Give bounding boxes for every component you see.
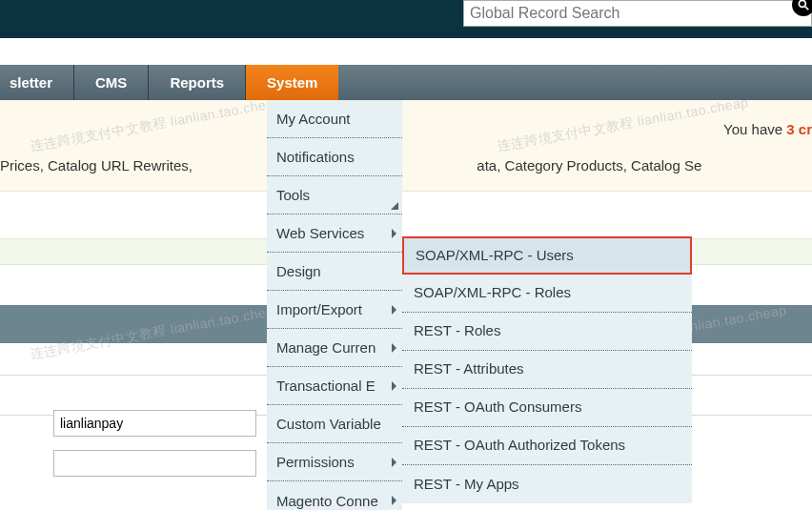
menu-newsletter[interactable]: sletter (0, 65, 74, 100)
web-services-submenu: SOAP/XML-RPC - Users SOAP/XML-RPC - Role… (402, 236, 692, 503)
system-custom-variables[interactable]: Custom Variable (267, 405, 402, 443)
ws-soap-roles[interactable]: SOAP/XML-RPC - Roles (402, 275, 692, 313)
system-permissions[interactable]: Permissions (267, 443, 402, 481)
notice-band: You have 3 cr Prices, Catalog URL Rewrit… (0, 100, 812, 192)
ws-rest-oauth-tokens[interactable]: REST - OAuth Authorized Tokens (402, 427, 692, 465)
menu-reports[interactable]: Reports (149, 65, 246, 100)
notice-right: ata, Category Products, Catalog Se (477, 157, 701, 173)
system-my-account[interactable]: My Account (267, 100, 402, 138)
system-import-export[interactable]: Import/Export (267, 291, 402, 329)
global-search-wrap (463, 0, 812, 27)
system-notifications[interactable]: Notifications (267, 138, 402, 176)
system-web-services[interactable]: Web Services (267, 214, 402, 253)
notice-suffix: cr (795, 121, 812, 137)
notice-prefix: You have (723, 121, 786, 137)
header-strip (0, 0, 812, 38)
header-gap (0, 38, 812, 65)
system-dropdown: My Account Notifications Tools Web Servi… (267, 100, 402, 510)
global-search-input[interactable] (464, 2, 779, 25)
search-icon[interactable] (792, 0, 812, 16)
menu-cms[interactable]: CMS (74, 65, 149, 100)
notice-count: 3 (786, 121, 794, 137)
name-field[interactable] (53, 410, 256, 437)
system-design[interactable]: Design (267, 253, 402, 291)
ws-rest-my-apps[interactable]: REST - My Apps (402, 465, 692, 503)
menu-system[interactable]: System (246, 65, 338, 100)
ws-rest-attributes[interactable]: REST - Attributes (402, 351, 692, 389)
system-magento-connect[interactable]: Magento Conne (267, 481, 402, 510)
notice-critical: You have 3 cr (723, 121, 812, 137)
ws-soap-users[interactable]: SOAP/XML-RPC - Users (402, 236, 692, 275)
system-tools[interactable]: Tools (267, 176, 402, 214)
notice-left: Prices, Catalog URL Rewrites, (0, 157, 196, 173)
ws-rest-oauth-consumers[interactable]: REST - OAuth Consumers (402, 389, 692, 427)
ws-rest-roles[interactable]: REST - Roles (402, 313, 692, 351)
svg-point-0 (799, 0, 805, 7)
notice-index-line: Prices, Catalog URL Rewrites, ata, Categ… (0, 157, 812, 173)
secondary-field[interactable] (53, 450, 256, 477)
main-menubar: sletter CMS Reports System (0, 65, 812, 100)
system-manage-currency[interactable]: Manage Curren (267, 329, 402, 367)
system-transactional-emails[interactable]: Transactional E (267, 367, 402, 405)
svg-line-1 (805, 7, 809, 10)
